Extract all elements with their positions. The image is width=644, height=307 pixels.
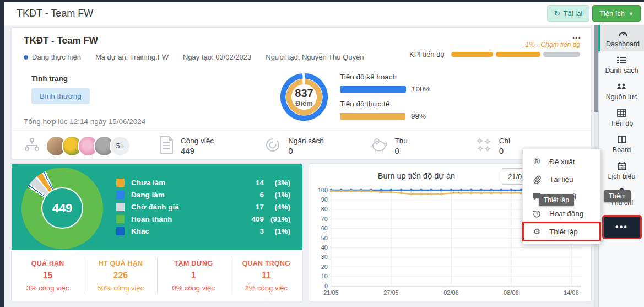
kpi-bar — [451, 52, 580, 57]
scrollbar-thumb[interactable] — [594, 25, 598, 112]
sidebar-item-tien-do[interactable]: Tiến độ — [599, 104, 644, 131]
legend-item: Chưa làm14(3%) — [116, 179, 290, 187]
card-menu-icon[interactable]: ... — [572, 31, 581, 41]
project-created: Ngày tạo: 03/02/2023 — [183, 53, 251, 61]
condition-block: Tình trạng Bình thường — [31, 74, 90, 104]
svg-text:0: 0 — [324, 283, 328, 289]
menu-item-thiet-lap[interactable]: ⚙ Thiết lập — [523, 222, 600, 241]
status-dot-icon — [24, 55, 28, 60]
stat-tam-dung: TẠM DỪNG10% công việc — [157, 257, 230, 294]
legend-item: Chờ đánh giá17(4%) — [116, 203, 290, 211]
sidebar-item-lich-bieu[interactable]: Lịch biểu — [599, 157, 644, 184]
svg-text:80: 80 — [321, 206, 328, 212]
member-avatars[interactable]: 5+ — [24, 136, 159, 157]
svg-text:50: 50 — [321, 235, 328, 241]
board-icon — [616, 134, 627, 144]
project-creator: Người tạo: Nguyễn Thu Quyên — [266, 53, 364, 61]
kpi-segment — [451, 52, 493, 57]
calendar-icon — [616, 161, 627, 171]
menu-item-de-xuat[interactable]: ® Đề xuất — [523, 152, 600, 171]
project-meta: Đang thực hiện Mã dự án: Training.FW Ngà… — [24, 53, 364, 61]
stars-icon — [475, 136, 493, 156]
project-code: Mã dự án: Training.FW — [95, 53, 169, 61]
score-unit: Điểm — [295, 99, 313, 107]
window-left-strip — [0, 2, 4, 307]
task-status-panel: 449 Chưa làm14(3%) Đang làm6(1%) Chờ đán… — [12, 164, 302, 250]
svg-text:27/05: 27/05 — [383, 289, 399, 296]
task-total: 449 — [52, 201, 73, 216]
utilities-button[interactable]: Tiện ích ▼ — [592, 5, 641, 22]
svg-text:08/06: 08/06 — [504, 289, 519, 296]
org-chart-icon — [24, 137, 40, 155]
project-summary-card: TKĐT - Team FW ... Đang thực hiện Mã dự … — [11, 27, 592, 159]
sidebar-item-dashboard[interactable]: Dashboard — [598, 25, 644, 51]
stat-qua-han: QUÁ HẠN153% công việc — [12, 257, 84, 294]
actual-bar — [340, 113, 405, 120]
history-icon — [532, 209, 542, 218]
legend-swatch — [116, 215, 125, 223]
kpi-progress: -1% - Chậm tiến độ KPI tiến độ — [409, 41, 580, 58]
svg-text:20: 20 — [321, 263, 328, 270]
chart-title: Burn up tiến độ dự án — [309, 171, 524, 180]
legend-item: Khác3(1%) — [116, 227, 290, 235]
sidebar-item-danh-sach[interactable]: Danh sách — [599, 51, 644, 78]
document-icon — [159, 136, 174, 156]
project-status: Đang thực hiện — [24, 53, 81, 61]
legend-item: Đang làm6(1%) — [116, 191, 290, 199]
project-sidebar: Dashboard Danh sách Nguồn lực Tiến độ Bo… — [598, 25, 644, 307]
dashboard-icon — [618, 29, 629, 39]
thiet-lap-tooltip: Thiết lập — [539, 194, 574, 206]
list-icon — [616, 55, 627, 65]
divider — [12, 130, 591, 131]
stat-cong-viec: Công việc449 — [159, 136, 264, 156]
actual-value: 99% — [411, 112, 426, 120]
legend-item: Hoàn thành409(91%) — [116, 215, 290, 223]
legend-swatch — [116, 203, 125, 211]
actual-label: Tiến độ thực tế — [340, 100, 461, 108]
menu-item-hoat-dong[interactable]: Hoạt động — [523, 205, 600, 222]
donut-icon — [264, 136, 282, 156]
sidebar-more-button[interactable]: ••• — [604, 217, 640, 238]
svg-text:60: 60 — [321, 225, 328, 231]
stat-quan-trong: QUAN TRỌNG112% công việc — [230, 257, 302, 294]
sidebar-item-nguon-luc[interactable]: Nguồn lực — [599, 78, 644, 104]
reload-button[interactable]: ↻ Tải lại — [547, 5, 590, 22]
registered-icon: ® — [532, 157, 542, 166]
stat-ht-qua-han: HT QUÁ HẠN22650% công việc — [84, 257, 156, 294]
avatar-more-badge[interactable]: 5+ — [110, 136, 131, 157]
gear-icon: ⚙ — [532, 227, 542, 236]
kpi-segment — [496, 52, 540, 57]
kpi-segment — [543, 52, 580, 57]
svg-text:90: 90 — [321, 196, 328, 203]
page-title: TKĐT - Team FW — [17, 8, 93, 19]
project-stats-row: 5+ Công việc449 Ngân sách0 Thu0 Chi0 — [24, 136, 580, 157]
them-tooltip: Thêm — [604, 190, 631, 202]
svg-text:30: 30 — [321, 254, 328, 260]
task-pie-chart: 449 — [21, 168, 103, 249]
users-icon — [616, 82, 627, 91]
task-status-card: 449 Chưa làm14(3%) Đang làm6(1%) Chờ đán… — [11, 163, 303, 302]
condition-label: Tình trạng — [31, 74, 90, 83]
legend-swatch — [116, 179, 125, 187]
stat-ngan-sach: Ngân sách0 — [264, 136, 369, 156]
svg-text:02/06: 02/06 — [443, 289, 459, 296]
sidebar-item-board[interactable]: Board — [599, 131, 644, 157]
svg-text:70: 70 — [321, 216, 328, 222]
table-icon — [616, 108, 627, 118]
legend-swatch — [116, 227, 125, 235]
menu-item-tai-lieu[interactable]: Tài liệu — [523, 171, 600, 188]
task-legend: Chưa làm14(3%) Đang làm6(1%) Chờ đánh gi… — [116, 179, 293, 235]
condition-badge: Bình thường — [31, 88, 90, 104]
legend-swatch — [116, 191, 125, 199]
stat-thu: Thu0 — [370, 137, 475, 155]
summary-timestamp: Tổng hợp lúc 12:14 ngày 15/06/2024 — [24, 117, 145, 126]
progress-bars: Tiến độ kế hoạch 100% Tiến độ thực tế 99… — [340, 73, 461, 127]
task-pie-center: 449 — [41, 187, 83, 229]
top-bar: TKĐT - Team FW ↻ Tải lại Tiện ích ▼ — [4, 2, 644, 25]
svg-text:10: 10 — [321, 273, 328, 279]
plan-label: Tiến độ kế hoạch — [340, 73, 461, 81]
svg-text:40: 40 — [321, 244, 328, 251]
piggy-bank-icon — [370, 137, 388, 155]
plan-bar — [340, 86, 406, 93]
chevron-down-icon: ▼ — [629, 11, 634, 17]
